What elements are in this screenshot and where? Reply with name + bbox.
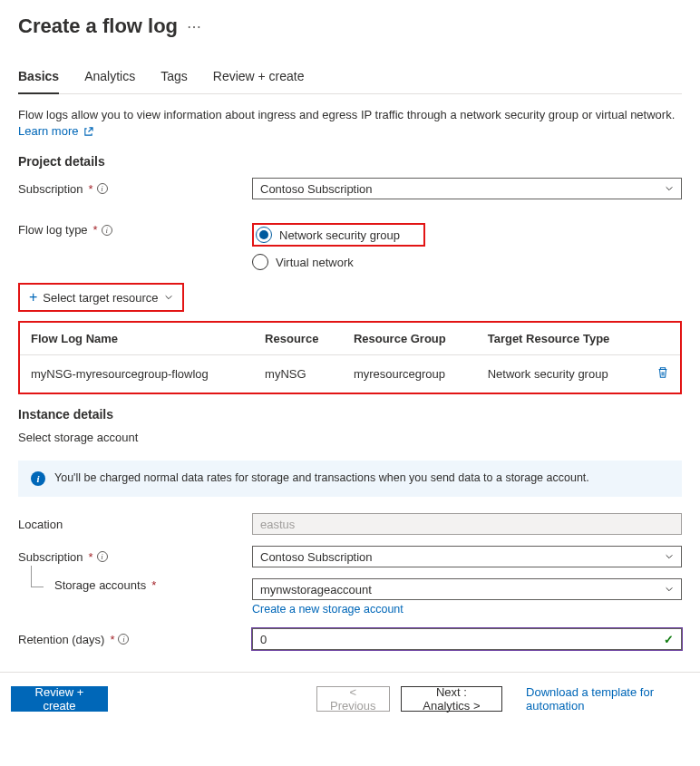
review-create-button[interactable]: Review + create [11, 686, 108, 712]
cell-target-type: Network security group [477, 355, 646, 393]
tab-analytics[interactable]: Analytics [84, 63, 135, 93]
storage-account-value: mynwstorageaccount [260, 583, 372, 596]
flow-log-type-vnet-radio[interactable]: Virtual network [252, 254, 425, 270]
cell-flow-log-name: myNSG-myresourcegroup-flowlog [20, 355, 254, 393]
chevron-down-icon [665, 552, 674, 561]
download-template-link[interactable]: Download a template for automation [526, 685, 682, 713]
tab-basics[interactable]: Basics [18, 63, 59, 94]
plus-icon: + [29, 290, 37, 305]
flow-log-type-label: Flow log type* i [18, 223, 252, 237]
next-button[interactable]: Next : Analytics > [401, 686, 502, 712]
chevron-down-icon [164, 293, 173, 302]
subscription-select[interactable]: Contoso Subscription [252, 178, 682, 199]
trash-icon [656, 366, 669, 379]
subscription-label: Subscription* i [18, 182, 252, 196]
nsg-radio-label: Network security group [279, 228, 400, 242]
location-input: eastus [252, 513, 682, 535]
info-icon[interactable]: i [118, 634, 129, 645]
select-storage-label: Select storage account [18, 431, 682, 444]
create-storage-link[interactable]: Create a new storage account [252, 603, 682, 616]
tab-tags[interactable]: Tags [160, 63, 188, 93]
cell-resource-group: myresourcegroup [343, 355, 477, 393]
instance-subscription-value: Contoso Subscription [260, 550, 373, 564]
vnet-radio-label: Virtual network [276, 256, 354, 269]
learn-more-link[interactable]: Learn more [18, 124, 93, 138]
page-title: Create a flow log [18, 15, 178, 38]
storage-charge-banner: i You'll be charged normal data rates fo… [18, 461, 682, 497]
storage-account-select[interactable]: mynwstorageaccount [252, 578, 682, 600]
location-label: Location [18, 518, 252, 531]
retention-value: 0 [260, 633, 267, 646]
cell-resource: myNSG [254, 355, 343, 393]
col-target-type: Target Resource Type [477, 323, 646, 355]
external-link-icon [83, 125, 93, 141]
target-resource-table: Flow Log Name Resource Resource Group Ta… [18, 321, 682, 394]
retention-input[interactable]: 0 ✓ [252, 628, 682, 650]
col-resource: Resource [254, 323, 343, 355]
select-target-label: Select target resource [43, 291, 158, 305]
retention-label: Retention (days)* i [18, 633, 252, 646]
info-icon[interactable]: i [97, 551, 108, 562]
info-icon[interactable]: i [102, 225, 112, 236]
description-body: Flow logs allow you to view information … [18, 108, 675, 121]
col-flow-log-name: Flow Log Name [20, 323, 254, 355]
chevron-down-icon [665, 184, 674, 193]
more-actions-icon[interactable]: ⋯ [187, 18, 202, 35]
col-resource-group: Resource Group [343, 323, 477, 355]
nsg-radio-highlight: Network security group [252, 223, 425, 247]
location-value: eastus [260, 518, 295, 531]
info-icon: i [31, 471, 45, 486]
learn-more-label: Learn more [18, 124, 78, 138]
footer-bar: Review + create < Previous Next : Analyt… [0, 673, 700, 725]
tab-review[interactable]: Review + create [213, 63, 305, 93]
delete-row-button[interactable] [656, 368, 669, 382]
storage-accounts-label: Storage accounts* [18, 578, 252, 592]
check-icon: ✓ [664, 633, 674, 646]
project-details-heading: Project details [18, 154, 682, 169]
info-icon[interactable]: i [97, 183, 108, 194]
flow-log-type-nsg-radio[interactable]: Network security group [256, 227, 400, 243]
subscription-value: Contoso Subscription [260, 182, 373, 196]
instance-subscription-label: Subscription* i [18, 550, 252, 564]
table-row: myNSG-myresourcegroup-flowlog myNSG myre… [20, 355, 680, 393]
instance-subscription-select[interactable]: Contoso Subscription [252, 546, 682, 567]
previous-button: < Previous [316, 686, 390, 712]
instance-details-heading: Instance details [18, 407, 682, 422]
banner-text: You'll be charged normal data rates for … [54, 471, 589, 484]
tab-bar: Basics Analytics Tags Review + create [18, 63, 682, 94]
select-target-resource-button[interactable]: + Select target resource [18, 283, 184, 312]
description-text: Flow logs allow you to view information … [18, 107, 682, 141]
chevron-down-icon [665, 585, 674, 594]
